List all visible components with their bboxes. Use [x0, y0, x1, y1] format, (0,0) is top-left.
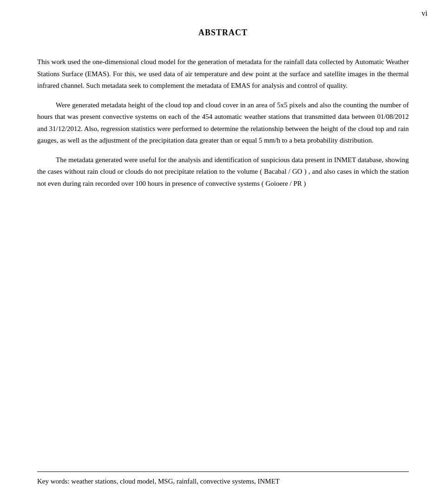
- paragraph-3: The metadata generated were useful for t…: [37, 154, 409, 190]
- paragraph-1: This work used the one-dimensional cloud…: [37, 56, 409, 92]
- keywords-section: Key words: weather stations, cloud model…: [37, 471, 409, 485]
- keywords-label: Key words:: [37, 478, 70, 485]
- paragraph-2: Were generated metadata height of the cl…: [37, 99, 409, 147]
- page-number: vi: [422, 9, 427, 18]
- abstract-body: This work used the one-dimensional cloud…: [37, 56, 409, 190]
- keywords-text: weather stations, cloud model, MSG, rain…: [71, 478, 280, 485]
- page-container: vi ABSTRACT This work used the one-dimen…: [0, 0, 446, 504]
- abstract-title: ABSTRACT: [37, 28, 409, 38]
